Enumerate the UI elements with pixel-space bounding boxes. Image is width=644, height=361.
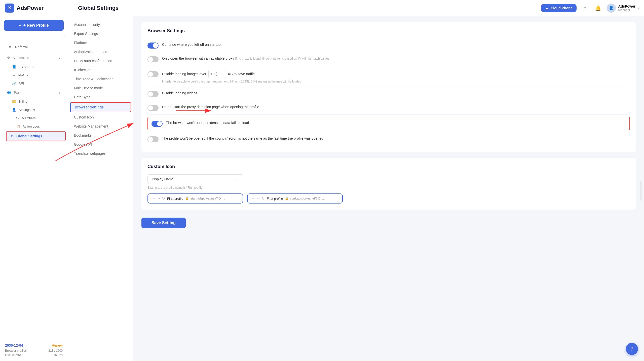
example-text: Example: the profile name is "First prof…: [147, 186, 630, 189]
user-number-label: User number: [5, 353, 22, 357]
browser-url-1: 🔒 start.adspower.net/?ID=...: [185, 197, 225, 200]
renew-link[interactable]: Renew: [52, 343, 63, 347]
toggle-knob: [148, 137, 153, 142]
new-profile-button[interactable]: + + New Profile: [4, 20, 64, 31]
settings-nav-google-api[interactable]: Google API: [68, 140, 133, 149]
multi-device-label: Multi Device mode: [74, 86, 103, 90]
bell-icon[interactable]: 🔔: [594, 4, 603, 13]
browser-previews: ← → ↻ First profile 🔒 start.adspower.net…: [147, 193, 630, 204]
sidebar-item-api[interactable]: 🔗 API: [2, 79, 66, 87]
export-settings-label: Export Settings: [74, 32, 98, 36]
custom-icon-label: Custom Icon: [74, 115, 94, 119]
settings-nav-platform[interactable]: Platform: [68, 38, 133, 47]
settings-nav-data-sync[interactable]: Data Sync: [68, 93, 133, 102]
save-setting-button[interactable]: Save Setting: [141, 218, 186, 228]
settings-nav-bookmarks[interactable]: Bookmarks: [68, 131, 133, 140]
back-icon-2[interactable]: ←: [252, 196, 255, 200]
settings-nav-proxy-auto-config[interactable]: Proxy auto-configuration: [68, 56, 133, 65]
toggle-knob: [153, 43, 158, 48]
collapse-button[interactable]: ‹: [63, 35, 65, 39]
sidebar-item-referral[interactable]: ✦ Referral: [2, 42, 66, 52]
sidebar-item-billing[interactable]: 💳 Billing: [2, 98, 66, 105]
kb-stepper[interactable]: ▲ ▼: [215, 71, 218, 77]
team-label: Team: [14, 91, 22, 94]
user-number-value: 16 / 20: [53, 353, 63, 357]
user-profile[interactable]: 👤 AdsPower Manager ›: [607, 4, 639, 13]
sidebar-collapse-area: ‹: [0, 35, 68, 41]
settings-nav-translate-webpages[interactable]: Translate webpages: [68, 149, 133, 158]
referral-icon: ✦: [7, 44, 13, 50]
settings-nav-timezone-geo[interactable]: Time zone & Geolocation: [68, 74, 133, 84]
toggle-row-proxy: Only open the browser with an available …: [147, 52, 630, 66]
kb-suffix: KB to save traffic: [228, 72, 255, 76]
sidebar-group-team[interactable]: 👥 Team ∨: [2, 88, 66, 97]
sidebar-group-automation[interactable]: ⚙ Automation ∨: [2, 53, 66, 62]
settings-nav-multi-device[interactable]: Multi Device mode: [68, 84, 133, 93]
sidebar-item-rpa[interactable]: 🖥 RPA ›: [2, 71, 66, 79]
user-name: AdsPower: [618, 4, 635, 8]
bookmarks-label: Bookmarks: [74, 133, 92, 137]
browser-url-2: 🔒 start.adspower.net/?ID=...: [285, 197, 325, 200]
kb-value: 10: [211, 72, 215, 76]
settings-nav-browser-settings[interactable]: Browser Settings: [70, 102, 131, 112]
toggle-proxy[interactable]: [147, 56, 159, 62]
sidebar-item-action-logs[interactable]: 📋 Action Logs: [2, 123, 66, 130]
expiry-date: 2030-12-04: [5, 343, 23, 347]
kb-down-icon[interactable]: ▼: [215, 74, 218, 77]
browser-preview-1: ← → ↻ First profile 🔒 start.adspower.net…: [147, 193, 243, 204]
chevron-right-icon: ›: [33, 65, 34, 69]
kb-up-icon[interactable]: ▲: [215, 71, 218, 74]
settings-nav-export-settings[interactable]: Export Settings: [68, 29, 133, 38]
user-role: Manager: [618, 8, 635, 12]
toggle-text-continue: Continue where you left off on startup: [162, 42, 630, 47]
billing-label: Billing: [19, 100, 27, 103]
google-api-label: Google API: [74, 142, 92, 146]
sidebar-item-settings[interactable]: 👤 Settings ∨: [2, 106, 66, 114]
avatar: 👤: [607, 4, 616, 13]
toggle-no-proxy-detection[interactable]: [147, 105, 159, 111]
toggle-knob: [148, 57, 153, 62]
chevron-down-icon: ∨: [33, 108, 35, 112]
forward-icon[interactable]: →: [157, 196, 161, 200]
account-security-label: Account security: [74, 23, 100, 27]
toggle-country-region[interactable]: [147, 136, 159, 142]
chevron-right-icon: ›: [638, 6, 639, 10]
translate-webpages-label: Translate webpages: [74, 151, 106, 155]
toggle-continue[interactable]: [147, 43, 159, 49]
members-icon: 🛡: [16, 116, 19, 120]
authorization-method-label: Authorization method: [74, 50, 107, 54]
logo-text: AdsPower: [17, 5, 44, 11]
sidebar-item-fb-auto[interactable]: 📘 FB Auto ›: [2, 63, 66, 71]
cloud-phone-button[interactable]: ☁ Cloud Phone: [541, 4, 576, 12]
help-button[interactable]: ?: [626, 343, 638, 355]
url-text-2: start.adspower.net/?ID=...: [290, 197, 325, 200]
user-number-usage: User number 16 / 20: [5, 353, 63, 357]
settings-nav-custom-icon[interactable]: Custom Icon: [68, 113, 133, 122]
settings-nav-ip-checker[interactable]: IP checker: [68, 65, 133, 74]
sidebar-item-global-settings[interactable]: ⚙ Global Settings: [6, 131, 66, 141]
toggle-knob: [148, 105, 153, 110]
toggle-images[interactable]: [147, 71, 159, 77]
lock-icon: 🔒: [185, 197, 189, 200]
automation-icon: ⚙: [7, 56, 10, 60]
toggle-browser-wont-open[interactable]: [151, 121, 163, 127]
refresh-icon[interactable]: ↻: [162, 196, 165, 200]
kb-row: Disable loading images over 10 ▲ ▼ KB to…: [162, 70, 254, 78]
disable-images-label: Disable loading images over: [162, 72, 206, 76]
settings-nav-account-security[interactable]: Account security: [68, 20, 133, 29]
forward-icon-2[interactable]: →: [257, 196, 260, 200]
proxy-auto-config-label: Proxy auto-configuration: [74, 59, 112, 63]
back-icon[interactable]: ←: [152, 196, 156, 200]
logo-area: X AdsPower: [5, 4, 73, 13]
sidebar-item-members[interactable]: 🛡 Members: [2, 114, 66, 122]
settings-nav-website-management[interactable]: Website Management: [68, 122, 133, 131]
upload-icon[interactable]: ↑: [581, 4, 590, 13]
kb-input[interactable]: 10 ▲ ▼: [208, 70, 226, 78]
settings-nav-authorization-method[interactable]: Authorization method: [68, 47, 133, 56]
toggle-videos[interactable]: [147, 91, 159, 97]
chevron-down-icon: ∨: [58, 91, 61, 94]
toggle-row-continue: Continue where you left off on startup: [147, 38, 630, 52]
display-name-dropdown[interactable]: Display Name ⌄: [147, 174, 243, 184]
chevron-down-icon: ∨: [58, 56, 61, 60]
refresh-icon-2[interactable]: ↻: [262, 196, 265, 200]
